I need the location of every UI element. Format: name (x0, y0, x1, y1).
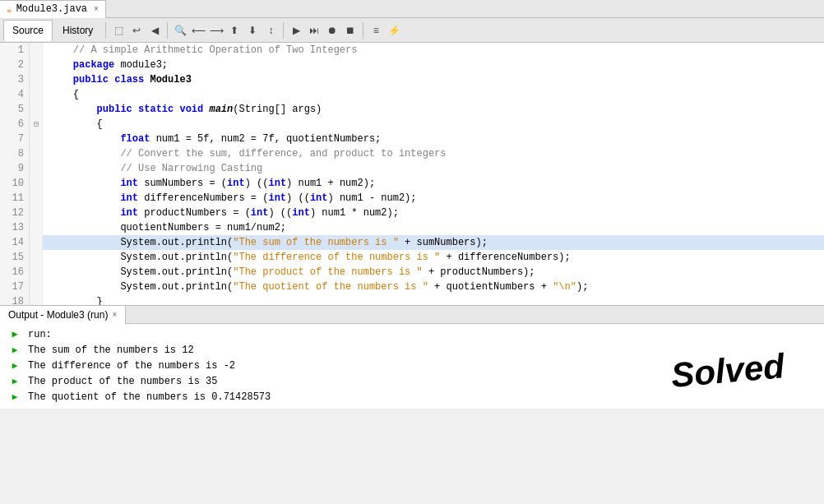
toolbar-btn-1[interactable]: ⬚ (110, 22, 127, 39)
source-tab[interactable]: Source (3, 20, 53, 41)
code-line-16: System.out.println("The product of the n… (43, 265, 824, 280)
code-line-9: // Use Narrowing Casting (43, 161, 824, 176)
line-num-13: 13 (0, 220, 29, 235)
output-line-1: ▶ The sum of the numbers is 12 (7, 343, 622, 358)
fold-9 (30, 161, 43, 176)
fold-7 (30, 132, 43, 146)
line-num-9: 9 (0, 161, 29, 176)
fold-4 (30, 87, 43, 102)
toolbar-btn-12[interactable]: ⏺ (324, 22, 340, 39)
toolbar-btn-5[interactable]: ⟵ (190, 22, 206, 39)
arrow-icon-2: ▶ (12, 358, 18, 374)
line-num-17: 17 (0, 280, 29, 294)
toolbar-btn-8[interactable]: ⬇ (244, 22, 261, 39)
file-tab-bar: ☕ Module3.java × (0, 0, 824, 18)
code-line-11: int differenceNumbers = (int) ((int) num… (43, 191, 824, 206)
toolbar-btn-3[interactable]: ◀ (146, 22, 163, 39)
output-text-1: The sum of the numbers is 12 (28, 343, 194, 358)
solved-watermark: Solved (636, 328, 820, 414)
output-tab-bar: Output - Module3 (run) × (0, 306, 824, 324)
code-line-12: int productNumbers = (int) ((int) num1 *… (43, 206, 824, 220)
toolbar-btn-10[interactable]: ▶ (288, 22, 304, 39)
arrow-icon-1: ▶ (12, 343, 18, 358)
toolbar-separator-3 (283, 22, 284, 39)
toolbar-separator-1 (105, 22, 106, 39)
toolbar-btn-7[interactable]: ⬆ (226, 22, 243, 39)
editor-area: 1 2 3 4 5 6 7 8 9 10 11 12 13 14 15 16 1… (0, 43, 824, 306)
code-line-15: System.out.println("The difference of th… (43, 250, 824, 265)
line-num-5: 5 (0, 102, 29, 117)
code-line-1: // A simple Arithmetic Operation of Two … (43, 43, 824, 58)
output-line-4: ▶ The quotient of the numbers is 0.71428… (7, 390, 622, 405)
toolbar: Source History ⬚ ↩ ◀ 🔍 ⟵ ⟶ ⬆ ⬇ ↕ ▶ ⏭ ⏺ ⏹… (0, 18, 824, 43)
line-num-2: 2 (0, 58, 29, 72)
line-num-7: 7 (0, 132, 29, 146)
code-line-6: { (43, 117, 824, 132)
output-line-2: ▶ The difference of the numbers is -2 (7, 358, 622, 374)
file-tab-module3[interactable]: ☕ Module3.java × (0, 0, 106, 18)
arrow-icon-col-3: ▶ (7, 374, 23, 390)
java-file-icon: ☕ (7, 4, 12, 15)
output-text-4: The quotient of the numbers is 0.7142857… (28, 390, 271, 405)
fold-16 (30, 265, 43, 280)
fold-gutter: ⊟ (30, 43, 43, 305)
output-lines: ▶ run: ▶ The sum of the numbers is 12 ▶ … (7, 327, 622, 405)
toolbar-separator-2 (167, 22, 168, 39)
fold-18 (30, 294, 43, 306)
code-line-5: public static void main(String[] args) (43, 102, 824, 117)
arrow-icon-4: ▶ (12, 390, 18, 405)
file-tab-name: Module3.java (16, 3, 87, 15)
toolbar-btn-6[interactable]: ⟶ (208, 22, 225, 39)
code-line-4: { (43, 87, 824, 102)
line-num-15: 15 (0, 250, 29, 265)
fold-5 (30, 102, 43, 117)
output-line-run: ▶ run: (7, 327, 622, 343)
fold-13 (30, 220, 43, 235)
output-tab-close-btn[interactable]: × (112, 310, 117, 319)
fold-15 (30, 250, 43, 265)
output-text-2: The difference of the numbers is -2 (28, 358, 235, 374)
output-tab-module3[interactable]: Output - Module3 (run) × (0, 306, 126, 324)
code-editor[interactable]: // A simple Arithmetic Operation of Two … (43, 43, 824, 305)
line-num-11: 11 (0, 191, 29, 206)
code-line-7: float num1 = 5f, num2 = 7f, quotientNumb… (43, 132, 824, 146)
toolbar-btn-13[interactable]: ⏹ (342, 22, 359, 39)
fold-14 (30, 235, 43, 250)
line-num-4: 4 (0, 87, 29, 102)
arrow-icon-3: ▶ (12, 374, 18, 390)
fold-12 (30, 206, 43, 220)
code-line-17: System.out.println("The quotient of the … (43, 280, 824, 294)
line-num-8: 8 (0, 146, 29, 161)
code-line-10: int sumNumbers = (int) ((int) num1 + num… (43, 176, 824, 191)
line-num-6: 6 (0, 117, 29, 132)
line-num-12: 12 (0, 206, 29, 220)
toolbar-btn-9[interactable]: ↕ (262, 22, 279, 39)
toolbar-btn-2[interactable]: ↩ (128, 22, 145, 39)
fold-17 (30, 280, 43, 294)
output-panel: Output - Module3 (run) × ▶ run: ▶ The su… (0, 306, 824, 463)
code-line-13: quotientNumbers = num1/num2; (43, 220, 824, 235)
code-line-18: } (43, 294, 824, 305)
toolbar-btn-11[interactable]: ⏭ (306, 22, 322, 39)
line-numbers: 1 2 3 4 5 6 7 8 9 10 11 12 13 14 15 16 1… (0, 43, 30, 305)
arrow-icon-col-1: ▶ (7, 343, 23, 358)
toolbar-btn-15[interactable]: ⚡ (386, 22, 402, 39)
output-text-3: The product of the numbers is 35 (28, 374, 217, 390)
history-tab[interactable]: History (54, 20, 101, 41)
run-icon-col: ▶ (7, 327, 23, 343)
code-line-3: public class Module3 (43, 72, 824, 87)
fold-3 (30, 72, 43, 87)
code-line-2: package module3; (43, 58, 824, 72)
fold-6[interactable]: ⊟ (30, 117, 43, 132)
code-line-14: System.out.println("The sum of the numbe… (43, 235, 824, 250)
line-num-10: 10 (0, 176, 29, 191)
toolbar-btn-14[interactable]: ≡ (368, 22, 384, 39)
fold-8 (30, 146, 43, 161)
file-tab-close-btn[interactable]: × (94, 5, 99, 14)
line-num-14: 14 (0, 235, 29, 250)
toolbar-separator-4 (363, 22, 363, 39)
output-tab-label: Output - Module3 (run) (8, 309, 108, 321)
toolbar-btn-4[interactable]: 🔍 (172, 22, 188, 39)
output-content: ▶ run: ▶ The sum of the numbers is 12 ▶ … (0, 324, 824, 409)
fold-2 (30, 58, 43, 72)
